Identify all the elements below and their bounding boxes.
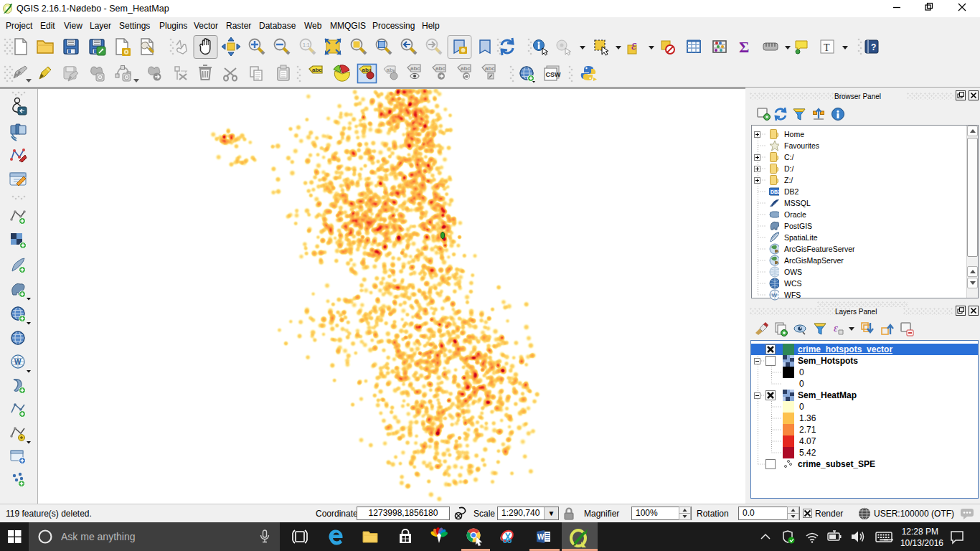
svg-text:CSW: CSW (546, 71, 562, 78)
svg-text:1:1: 1:1 (303, 42, 310, 47)
svg-text:?: ? (871, 42, 876, 52)
svg-text:ab: ab (387, 67, 393, 73)
svg-text:12:28 PM: 12:28 PM (902, 527, 938, 537)
svg-text:W: W (14, 358, 22, 366)
svg-text:Σ: Σ (739, 38, 749, 56)
svg-text:W: W (537, 533, 545, 541)
svg-text:10/13/2016: 10/13/2016 (900, 538, 943, 548)
svg-text:ε: ε (834, 322, 838, 334)
svg-text:ab: ab (362, 67, 369, 73)
svg-text:ε: ε (631, 38, 637, 52)
svg-text:T: T (824, 42, 830, 53)
